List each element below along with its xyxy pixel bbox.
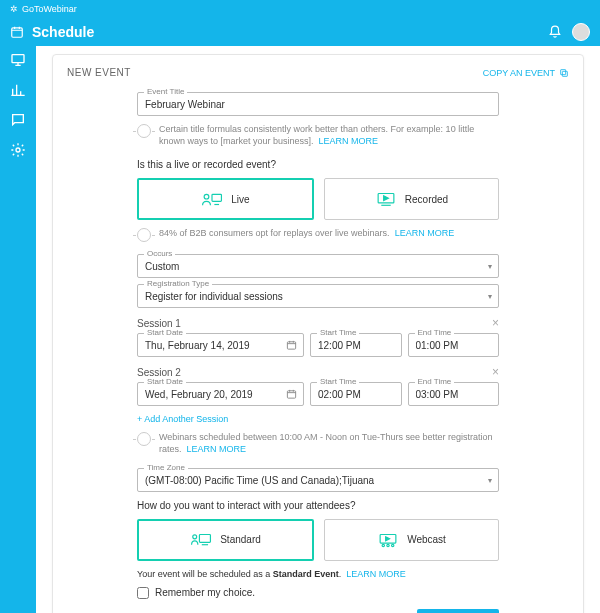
hint-text: 84% of B2B consumers opt for replays ove… [159, 228, 390, 238]
svg-rect-9 [287, 391, 295, 398]
field-label: Event Title [144, 87, 187, 96]
brand-bar: ✲ GoToWebinar [0, 0, 600, 18]
calendar-icon [286, 340, 297, 351]
learn-more-link[interactable]: LEARN MORE [187, 444, 247, 454]
field-label: Registration Type [144, 279, 212, 288]
timezone-field[interactable]: Time Zone ▾ [137, 468, 499, 492]
event-title-input[interactable] [145, 99, 491, 110]
sidebar-monitor-icon[interactable] [10, 52, 26, 68]
option-recorded[interactable]: Recorded [324, 178, 499, 220]
card-heading: NEW EVENT [67, 67, 131, 78]
session-name: Session 2 [137, 367, 181, 378]
occurs-field[interactable]: Occurs ▾ [137, 254, 499, 278]
option-label: Webcast [407, 534, 446, 545]
occurs-value[interactable] [145, 261, 491, 272]
flower-icon: ✲ [10, 4, 18, 14]
sidebar-settings-icon[interactable] [10, 142, 26, 158]
svg-rect-0 [12, 28, 23, 37]
end-time-field[interactable]: End Time [408, 333, 500, 357]
schedule-note: Your event will be scheduled as a Standa… [137, 569, 499, 579]
learn-more-link[interactable]: LEARN MORE [395, 228, 455, 238]
learn-more-link[interactable]: LEARN MORE [319, 136, 379, 146]
live-question: Is this a live or recorded event? [137, 159, 499, 170]
brand-name: GoToWebinar [22, 4, 77, 14]
bell-icon[interactable] [548, 25, 562, 39]
reg-type-value[interactable] [145, 291, 491, 302]
field-label: Occurs [144, 249, 175, 258]
svg-point-15 [392, 544, 394, 546]
webcast-icon [377, 531, 399, 549]
app-bar: Schedule [0, 18, 600, 46]
option-label: Standard [220, 534, 261, 545]
session-name: Session 1 [137, 318, 181, 329]
svg-rect-6 [212, 195, 221, 202]
hint-text: Certain title formulas consistently work… [159, 124, 474, 146]
sidebar-chat-icon[interactable] [10, 112, 26, 128]
sidebar-analytics-icon[interactable] [10, 82, 26, 98]
bulb-icon [137, 432, 151, 446]
option-label: Live [231, 194, 249, 205]
option-webcast[interactable]: Webcast [324, 519, 499, 561]
svg-point-14 [387, 544, 389, 546]
calendar-icon [286, 389, 297, 400]
option-standard[interactable]: Standard [137, 519, 314, 561]
schedule-icon [10, 25, 24, 39]
schedule-button[interactable]: SCHEDULE [417, 609, 499, 613]
end-time-field[interactable]: End Time [408, 382, 500, 406]
svg-rect-11 [200, 534, 211, 542]
remember-choice[interactable]: Remember my choice. [137, 587, 499, 599]
svg-point-13 [382, 544, 384, 546]
copy-icon [559, 68, 569, 78]
svg-rect-4 [561, 69, 566, 74]
close-icon[interactable]: × [492, 365, 499, 379]
bulb-icon [137, 124, 151, 138]
remember-checkbox[interactable] [137, 587, 149, 599]
svg-point-10 [193, 535, 197, 539]
field-label: Time Zone [144, 463, 188, 472]
timezone-value[interactable] [145, 475, 491, 486]
start-time-field[interactable]: Start Time [310, 333, 402, 357]
start-date-field[interactable]: Start Date [137, 333, 304, 357]
live-icon [201, 190, 223, 208]
session-1: Session 1 × Start Date Start Time [137, 316, 499, 357]
svg-point-5 [204, 195, 209, 200]
svg-rect-8 [287, 342, 295, 349]
svg-rect-3 [562, 71, 567, 76]
copy-event-link[interactable]: COPY AN EVENT [483, 68, 569, 78]
option-label: Recorded [405, 194, 448, 205]
standard-icon [190, 531, 212, 549]
sidebar [0, 46, 36, 613]
recorded-icon [375, 190, 397, 208]
svg-rect-1 [12, 55, 24, 63]
avatar[interactable] [572, 23, 590, 41]
page-title: Schedule [32, 24, 94, 40]
learn-more-link[interactable]: LEARN MORE [346, 569, 406, 579]
session-2: Session 2 × Start Date Start Time [137, 365, 499, 406]
registration-type-field[interactable]: Registration Type ▾ [137, 284, 499, 308]
close-icon[interactable]: × [492, 316, 499, 330]
start-time-field[interactable]: Start Time [310, 382, 402, 406]
svg-point-2 [16, 148, 20, 152]
add-session-link[interactable]: + Add Another Session [137, 414, 228, 424]
bulb-icon [137, 228, 151, 242]
option-live[interactable]: Live [137, 178, 314, 220]
interact-question: How do you want to interact with your at… [137, 500, 499, 511]
start-date-field[interactable]: Start Date [137, 382, 304, 406]
new-event-card: NEW EVENT COPY AN EVENT Event Title Cert… [52, 54, 584, 613]
event-title-field[interactable]: Event Title [137, 92, 499, 116]
